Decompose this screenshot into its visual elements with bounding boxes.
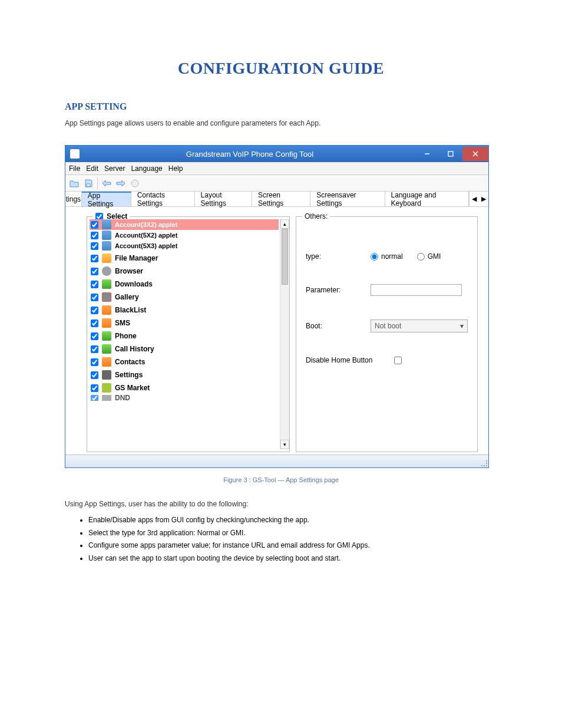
others-group: Others: type: normal GMI Parameter: [296, 216, 478, 452]
item-checkbox[interactable] [91, 281, 98, 288]
list-item[interactable]: Contacts [90, 356, 279, 368]
menu-bar: File Edit Server Language Help [65, 162, 488, 175]
resize-grip-icon[interactable] [480, 459, 487, 466]
type-radio-gmi[interactable]: GMI [417, 252, 441, 261]
open-icon[interactable] [69, 178, 80, 189]
type-label: type: [306, 252, 371, 261]
scroll-up-icon[interactable]: ▴ [280, 219, 289, 229]
item-checkbox[interactable] [91, 221, 98, 229]
tab-screen-settings[interactable]: Screen Settings [252, 192, 310, 206]
tab-contacts-settings[interactable]: Contacts Settings [131, 192, 195, 206]
title-bar: Grandstream VoIP Phone Config Tool [65, 146, 488, 162]
item-label: Gallery [115, 293, 139, 301]
tab-scroll-right-icon[interactable]: ▶ [479, 192, 488, 206]
app-icon [102, 279, 111, 289]
item-checkbox[interactable] [91, 395, 98, 401]
list-item[interactable]: DND [90, 395, 279, 401]
type-normal-text: normal [381, 252, 403, 261]
menu-language[interactable]: Language [131, 164, 162, 173]
back-icon[interactable] [101, 178, 112, 189]
toolbar [65, 175, 488, 192]
disable-home-checkbox[interactable] [394, 357, 402, 364]
list-item[interactable]: Account(5X3) applet [90, 241, 279, 251]
list-item[interactable]: Gallery [90, 291, 279, 303]
list-item[interactable]: Call History [90, 343, 279, 355]
menu-edit[interactable]: Edit [86, 164, 98, 173]
item-checkbox[interactable] [91, 332, 98, 340]
tab-language-keyboard[interactable]: Language and Keyboard [385, 192, 469, 206]
tab-layout-settings[interactable]: Layout Settings [195, 192, 252, 206]
tab-cut-left: tings [65, 192, 82, 206]
bullet-item: Configure some apps parameter value; for… [88, 539, 497, 552]
item-label: File Manager [115, 254, 158, 262]
item-label: Contacts [115, 358, 145, 366]
scroll-thumb[interactable] [282, 229, 288, 285]
item-checkbox[interactable] [91, 384, 98, 392]
svg-rect-4 [87, 184, 90, 186]
tab-app-settings[interactable]: App Settings [82, 192, 131, 206]
forward-icon[interactable] [115, 178, 126, 189]
item-label: Settings [115, 371, 143, 379]
app-icon [102, 305, 111, 315]
minimize-button[interactable] [415, 147, 439, 161]
menu-file[interactable]: File [69, 164, 80, 173]
list-item[interactable]: BlackList [90, 304, 279, 316]
app-icon [102, 230, 111, 240]
section-description: App Settings page allows users to enable… [65, 119, 497, 127]
item-checkbox[interactable] [91, 358, 98, 366]
boot-select[interactable]: Not boot ▾ [371, 319, 468, 332]
maximize-button[interactable] [439, 147, 462, 161]
scroll-down-icon[interactable]: ▾ [280, 440, 289, 449]
item-checkbox[interactable] [91, 371, 98, 379]
app-icon [102, 266, 111, 276]
app-icon [102, 344, 111, 354]
app-icon [70, 149, 80, 159]
app-icon [102, 395, 111, 401]
list-item[interactable]: Account(3X2) applet [90, 219, 279, 230]
item-checkbox[interactable] [91, 268, 98, 275]
item-checkbox[interactable] [91, 232, 98, 239]
list-item[interactable]: Account(5X2) applet [90, 230, 279, 241]
item-checkbox[interactable] [91, 319, 98, 327]
save-icon[interactable] [83, 178, 94, 189]
toolbar-divider [97, 177, 98, 189]
list-item[interactable]: SMS [90, 317, 279, 329]
app-icon [102, 370, 111, 380]
item-label: Browser [115, 267, 143, 275]
type-radio-normal[interactable]: normal [371, 252, 403, 261]
list-item[interactable]: GS Market [90, 382, 279, 394]
list-item[interactable]: File Manager [90, 252, 279, 264]
item-checkbox[interactable] [91, 345, 98, 353]
list-item[interactable]: Downloads [90, 278, 279, 290]
scrollbar[interactable]: ▴ ▾ [280, 219, 289, 449]
parameter-input[interactable] [371, 284, 462, 296]
item-checkbox[interactable] [91, 242, 98, 250]
menu-help[interactable]: Help [168, 164, 183, 173]
body-text: Using App Settings, user has the ability… [65, 499, 497, 509]
item-checkbox[interactable] [91, 255, 98, 262]
close-button[interactable] [462, 147, 488, 161]
list-item[interactable]: Phone [90, 330, 279, 342]
item-checkbox[interactable] [91, 294, 98, 301]
chevron-down-icon: ▾ [460, 322, 464, 330]
bullet-item: User can set the app to start upon booti… [88, 552, 497, 565]
menu-server[interactable]: Server [104, 164, 125, 173]
type-gmi-text: GMI [428, 252, 441, 261]
item-label: Phone [115, 332, 137, 340]
select-group: Select Account(3X2) appletAccount(5X2) a… [87, 216, 290, 452]
app-icon [102, 292, 111, 302]
record-icon[interactable] [130, 178, 140, 189]
item-checkbox[interactable] [91, 307, 98, 314]
item-label: GS Market [115, 384, 150, 392]
list-item[interactable]: Browser [90, 265, 279, 277]
tab-screensaver-settings[interactable]: Screensaver Settings [310, 192, 385, 206]
app-icon [102, 357, 111, 367]
tabs-row: tings App Settings Contacts Settings Lay… [65, 192, 488, 207]
list-item[interactable]: Settings [90, 369, 279, 381]
item-label: Downloads [115, 280, 153, 288]
boot-value-text: Not boot [375, 322, 401, 330]
item-label: Account(5X2) applet [115, 232, 177, 239]
tab-scroll-left-icon[interactable]: ◀ [470, 192, 479, 206]
item-label: Account(3X2) applet [115, 221, 177, 228]
app-icon [102, 241, 111, 251]
